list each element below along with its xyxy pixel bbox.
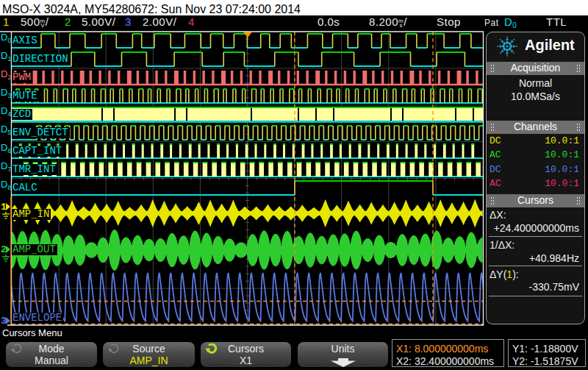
svg-text:3: 3: [1, 316, 7, 327]
svg-text:1: 1: [1, 202, 7, 213]
svg-text:2: 2: [1, 244, 7, 255]
